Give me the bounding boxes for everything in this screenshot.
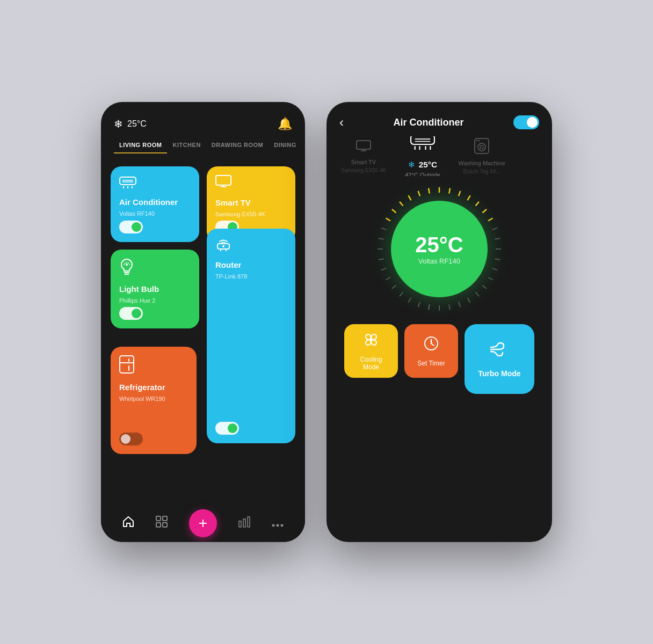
svg-rect-35 bbox=[239, 521, 241, 527]
bottom-nav: + bbox=[101, 504, 305, 542]
dial-outer: 25°C Voltas RF140 bbox=[375, 185, 504, 313]
svg-line-89 bbox=[409, 298, 411, 303]
bulb-name: Light Bulb bbox=[119, 284, 191, 294]
grid-icon[interactable] bbox=[156, 516, 168, 531]
carousel-item-tv[interactable]: Smart TV Samsung EX55 4K bbox=[339, 140, 388, 173]
svg-line-65 bbox=[468, 195, 470, 200]
svg-rect-31 bbox=[156, 516, 161, 521]
temperature-dial[interactable]: 25°C Voltas RF140 bbox=[327, 185, 552, 313]
svg-rect-36 bbox=[243, 519, 245, 527]
ac-toggle[interactable] bbox=[119, 221, 143, 233]
router-model: TP-Link 878 bbox=[215, 273, 287, 280]
more-icon[interactable] bbox=[272, 516, 284, 530]
svg-line-73 bbox=[492, 268, 497, 270]
right-top-bar: ‹ Air Conditioner bbox=[327, 102, 552, 136]
cooling-mode-label: Cooling Mode bbox=[353, 356, 389, 371]
wind-icon bbox=[489, 341, 510, 365]
svg-line-88 bbox=[400, 292, 403, 296]
left-phone: ❄ 25°C 🔔 LIVING ROOM KITCHEN DRAWING ROO… bbox=[101, 102, 305, 542]
svg-line-69 bbox=[492, 228, 497, 230]
tv-name: Smart TV bbox=[215, 198, 287, 208]
dial-temperature: 25°C bbox=[415, 233, 463, 257]
svg-line-67 bbox=[482, 209, 487, 213]
room-tabs: LIVING ROOM KITCHEN DRAWING ROOM DINING bbox=[101, 137, 305, 153]
fridge-toggle[interactable] bbox=[119, 433, 143, 445]
device-card-router[interactable]: Router TP-Link 878 bbox=[207, 229, 295, 443]
svg-rect-0 bbox=[120, 177, 136, 185]
svg-line-15 bbox=[125, 263, 126, 264]
svg-rect-44 bbox=[411, 136, 434, 144]
carousel-ac-icon bbox=[410, 136, 435, 155]
svg-line-66 bbox=[475, 202, 478, 206]
svg-line-72 bbox=[495, 259, 500, 260]
svg-point-52 bbox=[478, 143, 485, 151]
svg-line-90 bbox=[418, 302, 420, 307]
router-icon bbox=[215, 237, 287, 255]
power-toggle[interactable] bbox=[513, 115, 539, 129]
svg-line-78 bbox=[459, 302, 460, 307]
tab-living-room[interactable]: LIVING ROOM bbox=[114, 137, 167, 153]
svg-line-96 bbox=[431, 343, 434, 346]
svg-line-57 bbox=[392, 209, 396, 213]
device-carousel: Smart TV Samsung EX55 4K ❄ 25°C 42°C O bbox=[327, 136, 552, 176]
device-card-ac[interactable]: Air Conditioner Voltas RF140 bbox=[111, 166, 199, 242]
svg-line-92 bbox=[429, 304, 430, 310]
carousel-ac-temp: 25°C bbox=[419, 160, 437, 170]
svg-line-64 bbox=[459, 191, 460, 196]
svg-line-58 bbox=[400, 202, 403, 206]
router-name: Router bbox=[215, 260, 287, 270]
home-icon[interactable] bbox=[122, 516, 134, 531]
svg-line-87 bbox=[392, 285, 396, 288]
bulb-model: Phillips Hue 2 bbox=[119, 297, 191, 304]
dial-inner: 25°C Voltas RF140 bbox=[391, 201, 488, 297]
svg-line-75 bbox=[482, 285, 487, 288]
set-timer-button[interactable]: Set Timer bbox=[404, 324, 458, 378]
power-toggle-knob bbox=[527, 117, 538, 128]
svg-rect-32 bbox=[163, 516, 167, 521]
right-phone: ‹ Air Conditioner Smart TV Samsung EX55 … bbox=[327, 102, 552, 542]
action-buttons: Cooling Mode Set Timer Turbo Mode bbox=[327, 324, 552, 394]
dial-model: Voltas RF140 bbox=[418, 257, 460, 265]
svg-line-63 bbox=[449, 188, 450, 194]
device-card-fridge[interactable]: Refrigerator Whirlpool WR190 bbox=[111, 347, 197, 454]
router-toggle[interactable] bbox=[215, 422, 239, 435]
carousel-item-washer[interactable]: Washing Machine Bosch 7kg 54... bbox=[458, 138, 506, 174]
tv-model: Samsung EX55 4K bbox=[215, 211, 287, 217]
tab-dining[interactable]: DINING bbox=[269, 137, 302, 153]
svg-line-60 bbox=[418, 191, 420, 196]
svg-point-39 bbox=[277, 524, 279, 527]
cooling-mode-button[interactable]: Cooling Mode bbox=[344, 324, 398, 378]
svg-point-54 bbox=[476, 140, 478, 142]
tab-kitchen[interactable]: KITCHEN bbox=[167, 137, 206, 153]
svg-rect-41 bbox=[357, 141, 371, 149]
snowflake-icon: ❄ bbox=[114, 118, 123, 130]
svg-rect-33 bbox=[156, 523, 161, 527]
carousel-tv-name: Smart TV bbox=[351, 159, 376, 165]
svg-line-84 bbox=[379, 259, 384, 260]
temperature: 25°C bbox=[127, 119, 147, 129]
svg-line-76 bbox=[475, 292, 478, 296]
svg-line-74 bbox=[488, 277, 493, 280]
svg-rect-37 bbox=[248, 517, 250, 527]
add-button[interactable]: + bbox=[189, 509, 217, 537]
svg-line-81 bbox=[381, 228, 386, 230]
stats-icon[interactable] bbox=[238, 516, 250, 531]
back-button[interactable]: ‹ bbox=[339, 115, 344, 130]
svg-line-82 bbox=[379, 238, 384, 239]
svg-line-85 bbox=[381, 268, 386, 270]
bell-icon[interactable]: 🔔 bbox=[278, 117, 292, 131]
tv-icon bbox=[215, 175, 287, 193]
svg-line-56 bbox=[386, 218, 390, 221]
svg-rect-27 bbox=[120, 356, 134, 373]
tab-drawing-room[interactable]: DRAWING ROOM bbox=[206, 137, 269, 153]
device-card-bulb[interactable]: Light Bulb Phillips Hue 2 bbox=[111, 250, 199, 328]
svg-line-79 bbox=[449, 304, 450, 310]
carousel-tv-icon bbox=[356, 140, 371, 157]
ac-icon bbox=[119, 175, 191, 192]
fridge-model: Whirlpool WR190 bbox=[119, 396, 188, 402]
svg-line-59 bbox=[409, 195, 411, 200]
bulb-toggle[interactable] bbox=[119, 307, 143, 320]
carousel-item-ac[interactable]: ❄ 25°C 42°C Outside bbox=[396, 136, 449, 176]
turbo-mode-button[interactable]: Turbo Mode bbox=[465, 324, 534, 394]
fan-icon bbox=[363, 332, 379, 352]
